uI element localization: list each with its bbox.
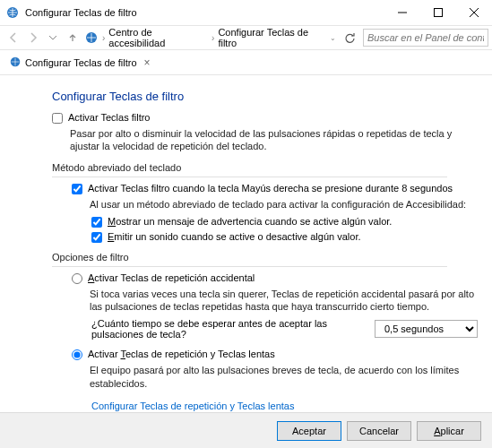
- tab-close-icon[interactable]: ×: [141, 56, 151, 69]
- window-controls: [384, 0, 492, 25]
- history-dropdown[interactable]: [43, 28, 63, 47]
- breadcrumb-dropdown[interactable]: ⌄: [330, 34, 336, 42]
- search-input[interactable]: [363, 29, 488, 47]
- checkbox-shortcut[interactable]: [72, 184, 82, 194]
- up-button[interactable]: [63, 28, 82, 47]
- control-panel-icon: [9, 56, 22, 70]
- tab-row: Configurar Teclas de filtro ×: [0, 50, 492, 75]
- back-button[interactable]: [4, 28, 23, 47]
- breadcrumb-item-accessibility[interactable]: Centro de accesibilidad: [108, 27, 208, 48]
- svg-rect-2: [435, 9, 443, 17]
- footer: Aceptar Cancelar Aplicar: [0, 412, 492, 448]
- maximize-button[interactable]: [420, 0, 456, 25]
- radio-accidental-label: Activar Teclas de repetición accidental: [88, 272, 255, 283]
- window-title: Configurar Teclas de filtro: [25, 7, 384, 18]
- titlebar: Configurar Teclas de filtro: [0, 0, 492, 25]
- activate-description: Pasar por alto o disminuir la velocidad …: [70, 127, 478, 153]
- radio-slowkeys[interactable]: Activar Teclas de repetición y Teclas le…: [72, 349, 478, 360]
- breadcrumb[interactable]: › Centro de accesibilidad › Configurar T…: [82, 27, 326, 48]
- checkbox-shortcut-label: Activar Teclas filtro cuando la tecla Ma…: [88, 183, 453, 194]
- page-title: Configurar Teclas de filtro: [52, 90, 478, 103]
- checkbox-sound[interactable]: [91, 232, 102, 243]
- wait-time-select[interactable]: 0,5 segundos: [375, 320, 478, 338]
- section-filter-label: Opciones de filtro: [52, 252, 478, 263]
- chevron-right-icon: ›: [102, 33, 105, 43]
- checkbox-warning[interactable]: [91, 217, 102, 228]
- wait-time-label: ¿Cuánto tiempo se debe esperar antes de …: [91, 318, 366, 340]
- window-icon: [5, 5, 20, 20]
- radio-slowkeys-input[interactable]: [72, 349, 82, 360]
- address-bar: › Centro de accesibilidad › Configurar T…: [0, 25, 492, 50]
- configure-slowkeys-link[interactable]: Configurar Teclas de repetición y Teclas…: [91, 401, 294, 411]
- tab-label: Configurar Teclas de filtro: [25, 57, 137, 68]
- tab-filterkeys[interactable]: Configurar Teclas de filtro ×: [4, 53, 156, 73]
- emit-sound-checkbox[interactable]: Emitir un sonido cuando se active o desa…: [91, 231, 478, 243]
- refresh-button[interactable]: [340, 28, 359, 47]
- divider: [52, 177, 447, 177]
- activate-filterkeys-checkbox[interactable]: Activar Teclas filtro: [52, 112, 478, 124]
- minimize-button[interactable]: [384, 0, 420, 25]
- close-button[interactable]: [456, 0, 492, 25]
- cancel-button[interactable]: Cancelar: [347, 421, 411, 441]
- shortcut-description: Al usar un método abreviado de teclado p…: [90, 198, 478, 211]
- checkbox-activate-label: Activar Teclas filtro: [68, 112, 151, 123]
- show-warning-checkbox[interactable]: Mostrar un mensaje de advertencia cuando…: [91, 216, 478, 228]
- checkbox-activate[interactable]: [52, 113, 63, 124]
- forward-button[interactable]: [23, 28, 43, 47]
- checkbox-sound-label: Emitir un sonido cuando se active o desa…: [108, 231, 361, 242]
- checkbox-warning-label: Mostrar un mensaje de advertencia cuando…: [108, 216, 392, 227]
- slowkeys-description: El equipo pasará por alto las pulsacione…: [90, 364, 478, 390]
- content-area: Configurar Teclas de filtro Activar Tecl…: [0, 75, 492, 412]
- section-shortcut-label: Método abreviado del teclado: [52, 162, 478, 173]
- radio-slowkeys-label: Activar Teclas de repetición y Teclas le…: [88, 349, 275, 359]
- radio-accidental[interactable]: Activar Teclas de repetición accidental: [72, 272, 478, 284]
- ok-button[interactable]: Aceptar: [277, 421, 341, 441]
- breadcrumb-item-filterkeys[interactable]: Configurar Teclas de filtro: [218, 27, 326, 48]
- control-panel-icon: [84, 30, 99, 45]
- shortcut-activate-checkbox[interactable]: Activar Teclas filtro cuando la tecla Ma…: [72, 183, 478, 194]
- chevron-right-icon: ›: [211, 33, 214, 43]
- radio-accidental-input[interactable]: [72, 273, 82, 284]
- divider: [52, 266, 447, 267]
- accidental-description: Si toca varias veces una tecla sin quere…: [90, 288, 478, 314]
- apply-button[interactable]: Aplicar: [417, 421, 481, 441]
- wait-time-row: ¿Cuánto tiempo se debe esperar antes de …: [91, 318, 478, 340]
